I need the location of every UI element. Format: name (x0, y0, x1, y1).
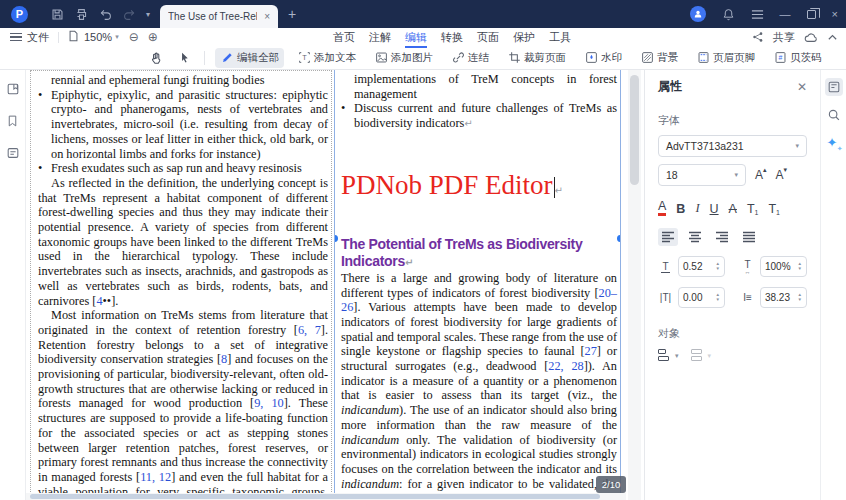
comments-panel-icon[interactable] (4, 144, 22, 162)
text-block-selection[interactable]: rennial and ephemeral fungi fruiting bod… (30, 70, 332, 500)
subscript-button[interactable]: T1 (768, 200, 780, 216)
horizontal-scale-icon: T↔ (740, 259, 755, 274)
add-text-button[interactable]: T 添加文本 (292, 48, 361, 68)
undo-icon[interactable] (98, 7, 113, 22)
tab-home[interactable]: 首页 (330, 29, 358, 46)
file-menu[interactable]: 文件 (27, 30, 49, 45)
watermark-button[interactable]: 水印 (579, 48, 627, 68)
link-icon (451, 51, 465, 65)
edit-all-button[interactable]: 编辑全部 (215, 48, 284, 68)
stepper-down-icon[interactable]: ▼ (798, 298, 802, 303)
bold-button[interactable]: B (676, 200, 685, 216)
close-button[interactable]: × (832, 8, 838, 20)
doc-block-bullet: •Discuss current and future challenges o… (341, 101, 617, 131)
notifications-bell-icon[interactable] (722, 8, 735, 21)
history-dropdown-icon[interactable]: ▾ (146, 10, 150, 19)
strikethrough-button[interactable]: A (729, 200, 737, 216)
search-icon[interactable] (825, 106, 843, 124)
select-tool-icon[interactable] (174, 48, 194, 68)
line-spacing-input[interactable]: 38.23 ▲▼ (760, 287, 807, 308)
zoom-dropdown-icon[interactable]: ▾ (115, 33, 119, 41)
vertical-scrollbar[interactable] (628, 70, 641, 500)
app-menu-icon[interactable] (751, 9, 764, 20)
panel-title: 属性 (658, 78, 682, 95)
horizontal-scrollbar[interactable] (26, 493, 626, 500)
user-avatar[interactable] (690, 6, 706, 22)
document-tab[interactable]: The Use of Tree-Relate... * × (160, 5, 278, 28)
tab-tools[interactable]: 工具 (546, 29, 574, 46)
right-panel-strip: ✦✦ (820, 70, 846, 500)
word-spacing-input[interactable]: 0.00 ▲▼ (678, 287, 725, 308)
hand-tool-icon[interactable] (146, 48, 166, 68)
document-canvas[interactable]: rennial and ephemeral fungi fruiting bod… (26, 70, 644, 500)
increase-font-size-button[interactable]: A▴ (755, 168, 767, 182)
button-label: 编辑全部 (237, 51, 279, 65)
font-size-select[interactable]: 18 ▾ (658, 164, 746, 186)
properties-panel-icon[interactable] (825, 78, 843, 96)
selection-handle-left[interactable] (334, 235, 338, 242)
file-menu-icon[interactable] (10, 33, 22, 42)
stepper-down-icon[interactable]: ▼ (716, 298, 720, 303)
tab-title: The Use of Tree-Relate... * (168, 11, 257, 22)
horizontal-scale-input[interactable]: 100% ▲▼ (760, 256, 807, 277)
text-block-editing[interactable]: implementations of TreM concepts in fore… (334, 70, 621, 500)
zoom-out-icon[interactable]: ⊖ (129, 30, 139, 44)
stepper-down-icon[interactable]: ▼ (716, 267, 720, 272)
bates-number-button[interactable]: # 贝茨码 (768, 48, 827, 68)
tab-annotate[interactable]: 注解 (366, 29, 394, 46)
stepper-down-icon[interactable]: ▼ (798, 267, 802, 272)
tab-convert[interactable]: 转换 (438, 29, 466, 46)
align-justify-button[interactable] (739, 228, 759, 246)
crop-icon (507, 51, 521, 65)
object-distribute-button[interactable]: ▾ (691, 349, 712, 362)
align-center-button[interactable] (685, 228, 705, 246)
char-spacing-input[interactable]: 0.52 ▲▼ (678, 256, 725, 277)
decrease-font-size-button[interactable]: A▾ (776, 168, 788, 182)
font-family-select[interactable]: AdvTT3713a231 ▾ (658, 135, 807, 157)
doc-block-redline[interactable]: PDNob PDF Editor↵ (341, 170, 617, 206)
thumbnails-panel-icon[interactable] (4, 80, 22, 98)
new-tab-icon[interactable]: + (288, 6, 296, 22)
redo-icon[interactable] (122, 7, 137, 22)
object-align-button[interactable]: ▾ (658, 349, 679, 362)
align-left-button[interactable] (658, 228, 678, 246)
background-button[interactable]: 背景 (635, 48, 683, 68)
add-image-icon (374, 51, 388, 65)
tab-protect[interactable]: 保护 (510, 29, 538, 46)
button-label: 添加图片 (391, 51, 433, 65)
vertical-scrollbar-thumb[interactable] (630, 75, 639, 185)
header-footer-button[interactable]: 页眉页脚 (691, 48, 760, 68)
underline-button[interactable]: U (710, 200, 719, 216)
tab-close-icon[interactable]: × (264, 11, 270, 22)
crop-page-button[interactable]: 裁剪页面 (502, 48, 571, 68)
superscript-button[interactable]: T1 (747, 200, 759, 216)
doc-block-cont: rennial and ephemeral fungi fruiting bod… (38, 73, 328, 88)
link-button[interactable]: 连结 (446, 48, 494, 68)
print-icon[interactable] (74, 7, 89, 22)
selection-handle-right[interactable] (617, 235, 621, 242)
save-icon[interactable] (50, 7, 65, 22)
bookmarks-panel-icon[interactable] (4, 112, 22, 130)
panel-close-icon[interactable]: ✕ (797, 80, 807, 94)
ai-assistant-icon[interactable]: ✦✦ (825, 134, 843, 152)
add-image-button[interactable]: 添加图片 (369, 48, 438, 68)
italic-button[interactable]: I (695, 200, 699, 216)
font-color-button[interactable]: A (658, 200, 666, 216)
tab-page[interactable]: 页面 (474, 29, 502, 46)
collapse-toolbar-icon[interactable] (827, 33, 838, 41)
button-label: 添加文本 (314, 51, 356, 65)
button-label: 连结 (468, 51, 489, 65)
svg-text:T: T (302, 53, 307, 62)
minimize-button[interactable]: — (780, 8, 791, 20)
tab-edit[interactable]: 编辑 (402, 29, 430, 46)
zoom-level-value[interactable]: 150% (84, 31, 112, 43)
zoom-in-icon[interactable]: ⊕ (148, 30, 158, 44)
cloud-icon[interactable] (804, 31, 818, 43)
horizontal-scrollbar-thumb[interactable] (30, 494, 600, 499)
restore-button[interactable] (807, 10, 816, 19)
doc-block-heading: The Potential of TreMs as Biodiversity I… (341, 236, 617, 271)
doc-block-para: There is a large and growing body of lit… (341, 271, 617, 500)
share-button[interactable]: 共享 (773, 30, 795, 45)
align-right-button[interactable] (712, 228, 732, 246)
share-icon[interactable] (752, 31, 764, 43)
